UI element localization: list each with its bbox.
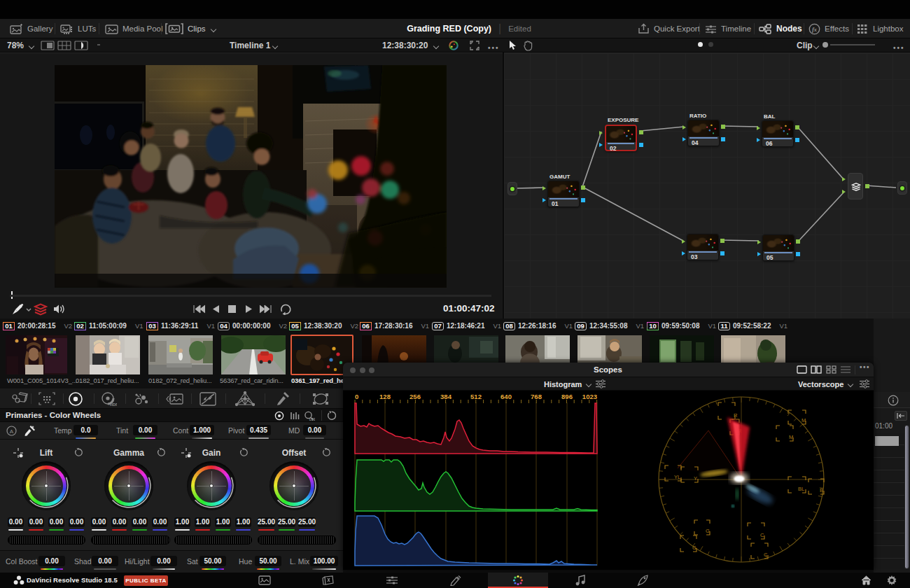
svg-text:896: 896 (561, 393, 573, 400)
svg-text:M: M (802, 417, 806, 424)
svg-text:C: C (764, 552, 768, 558)
svg-text:G: G (692, 545, 696, 551)
svg-text:640: 640 (500, 393, 512, 400)
svg-text:A: A (10, 428, 14, 435)
svg-text:HDR: HDR (110, 402, 117, 407)
svg-text:384: 384 (440, 393, 452, 400)
svg-text:Y: Y (694, 475, 697, 482)
svg-text:LOG: LOG (309, 418, 315, 421)
svg-text:fx: fx (812, 25, 818, 32)
svg-text:0: 0 (355, 393, 358, 400)
svg-text:B: B (820, 487, 823, 493)
svg-text:M: M (789, 434, 793, 440)
svg-text:768: 768 (531, 393, 542, 400)
svg-text:C: C (760, 532, 764, 538)
svg-text:512: 512 (470, 393, 482, 400)
svg-text:G: G (706, 528, 710, 534)
svg-text:BL: BL (798, 486, 804, 492)
svg-text:256: 256 (410, 393, 421, 400)
svg-text:1023: 1023 (582, 393, 597, 400)
svg-text:YL: YL (674, 474, 680, 480)
svg-text:R: R (734, 412, 738, 419)
svg-text:128: 128 (379, 393, 391, 400)
